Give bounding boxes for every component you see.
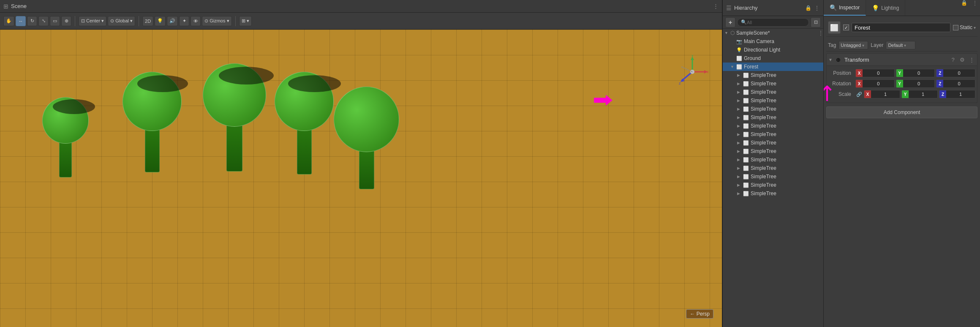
light-btn[interactable]: 💡	[155, 16, 166, 26]
hier-item-tree1[interactable]: ▶ ⬜ SimpleTree	[723, 71, 823, 79]
scene-menu-icon[interactable]: ⋮	[713, 3, 719, 9]
hier-item-tree5[interactable]: ▶ ⬜ SimpleTree	[723, 105, 823, 113]
hier-item-tree8[interactable]: ▶ ⬜ SimpleTree	[723, 130, 823, 139]
transform-menu-btn[interactable]: ⋮	[968, 56, 975, 63]
hier-item-forest[interactable]: ▼ ⬜ Forest	[723, 63, 823, 71]
hier-arrow-tree6: ▶	[737, 115, 741, 120]
hier-label-tree14: SimpleTree	[751, 182, 776, 188]
hier-item-tree10[interactable]: ▶ ⬜ SimpleTree	[723, 147, 823, 155]
static-check-group: Static ▾	[953, 25, 976, 30]
scene-titlebar: ⊞ Scene ⋮	[0, 0, 722, 13]
pivot-tools: ⊡ Center ▾ ⊙ Global ▾	[79, 16, 135, 26]
layer-dropdown[interactable]: Default ▾	[886, 41, 915, 49]
hier-item-tree2[interactable]: ▶ ⬜ SimpleTree	[723, 79, 823, 88]
rotate-tool-btn[interactable]: ↻	[27, 16, 37, 26]
hier-label-tree10: SimpleTree	[751, 148, 776, 154]
gizmos-btn[interactable]: ⊙ Gizmos ▾	[202, 16, 231, 26]
hier-item-samplescene[interactable]: ▼ ⬡ SampleScene* ⋮	[723, 29, 823, 37]
static-dropdown-arrow[interactable]: ▾	[974, 25, 976, 30]
transform-tool-btn[interactable]: ⊕	[61, 16, 71, 26]
hidden-btn[interactable]: 👁	[191, 16, 201, 26]
hier-arrow-scene: ▼	[724, 31, 729, 35]
scene-options-icon[interactable]: ⋮	[818, 30, 823, 36]
ground-icon: ⬜	[736, 56, 742, 61]
transform-body: Position X 0 Y 0 Z 0	[826, 66, 977, 103]
scale-tool-btn[interactable]: ⤡	[38, 16, 49, 26]
rotation-xyz-group: X 0 Y 0 Z 0	[855, 79, 975, 88]
hier-item-tree15[interactable]: ▶ ⬜ SimpleTree	[723, 189, 823, 198]
hier-item-tree9[interactable]: ▶ ⬜ SimpleTree	[723, 139, 823, 147]
hier-label-forest: Forest	[744, 64, 758, 70]
rot-z-value: 0	[943, 81, 975, 86]
rotation-z-field[interactable]: Z 0	[936, 79, 975, 88]
hier-item-tree11[interactable]: ▶ ⬜ SimpleTree	[723, 155, 823, 164]
scale-x-label: X	[864, 90, 871, 98]
position-z-field[interactable]: Z 0	[936, 69, 975, 77]
hierarchy-menu-icon[interactable]: ⋮	[814, 5, 820, 11]
hier-label-dirlight: Directional Light	[744, 47, 780, 53]
hier-item-tree6[interactable]: ▶ ⬜ SimpleTree	[723, 113, 823, 122]
hierarchy-search[interactable]: 🔍 All	[737, 18, 809, 27]
object-name-input[interactable]	[852, 23, 950, 32]
scene-panel-icon: ⊞	[3, 3, 8, 10]
hier-label-tree7: SimpleTree	[751, 123, 776, 129]
hier-item-ground[interactable]: ⬜ Ground	[723, 54, 823, 63]
scene-unity-icon: ⬡	[730, 30, 735, 36]
move-tool-btn[interactable]: ↔	[16, 16, 26, 26]
static-checkbox[interactable]	[953, 25, 958, 30]
hier-item-tree7[interactable]: ▶ ⬜ SimpleTree	[723, 122, 823, 130]
static-label: Static	[960, 25, 972, 30]
global-btn[interactable]: ⊙ Global ▾	[108, 16, 135, 26]
hierarchy-search-filter-btn[interactable]: ⊡	[811, 17, 821, 27]
tab-inspector[interactable]: 🔍 Inspector	[824, 0, 866, 16]
add-component-button[interactable]: Add Component	[826, 106, 977, 118]
lighting-tab-label: Lighting	[881, 5, 899, 11]
scale-x-field[interactable]: X 1	[864, 90, 900, 98]
pivot-btn[interactable]: ⊡ Center ▾	[79, 16, 106, 26]
scale-lock-icon[interactable]: 🔗	[856, 92, 862, 97]
hier-item-tree4[interactable]: ▶ ⬜ SimpleTree	[723, 96, 823, 105]
audio-btn[interactable]: 🔊	[167, 16, 178, 26]
rotation-y-field[interactable]: Y 0	[896, 79, 935, 88]
hier-arrow-tree15: ▶	[737, 191, 741, 196]
rotation-x-field[interactable]: X 0	[855, 79, 895, 88]
position-y-field[interactable]: Y 0	[896, 69, 935, 77]
hier-item-maincamera[interactable]: 📷 Main Camera	[723, 37, 823, 46]
layout-btn[interactable]: ⊞ ▾	[239, 16, 252, 26]
hier-label-tree12: SimpleTree	[751, 165, 776, 171]
position-x-field[interactable]: X 0	[855, 69, 895, 77]
hier-item-dirlight[interactable]: 💡 Directional Light	[723, 46, 823, 54]
2d-btn[interactable]: 2D	[142, 16, 153, 26]
transform-settings-btn[interactable]: ⚙	[958, 56, 966, 63]
hierarchy-lock-icon[interactable]: 🔒	[805, 5, 811, 11]
hier-item-tree12[interactable]: ▶ ⬜ SimpleTree	[723, 164, 823, 172]
tree-object-2	[122, 72, 182, 172]
object-enabled-checkbox[interactable]: ✓	[843, 25, 849, 30]
hierarchy-header: ☰ Hierarchy 🔒 ⋮	[723, 0, 823, 16]
inspector-menu-icon[interactable]: ⋮	[970, 0, 980, 16]
pos-z-value: 0	[943, 71, 975, 76]
inspector-lock-icon[interactable]: 🔒	[958, 0, 970, 16]
transform-help-btn[interactable]: ?	[949, 56, 957, 63]
hand-tool-btn[interactable]: ✋	[3, 16, 14, 26]
tab-lighting[interactable]: 💡 Lighting	[866, 0, 905, 16]
hier-label-tree11: SimpleTree	[751, 157, 776, 163]
layer-dropdown-arrow: ▾	[904, 43, 906, 48]
hier-arrow-tree7: ▶	[737, 124, 741, 128]
hier-arrow-tree2: ▶	[737, 82, 741, 86]
rot-y-value: 0	[903, 81, 935, 86]
rect-tool-btn[interactable]: ▭	[50, 16, 60, 26]
tag-dropdown[interactable]: Untagged ▾	[838, 41, 868, 49]
tree11-icon: ⬜	[743, 157, 749, 163]
hier-item-tree3[interactable]: ▶ ⬜ SimpleTree	[723, 88, 823, 96]
scale-z-field[interactable]: Z 1	[939, 90, 975, 98]
hierarchy-add-btn[interactable]: +	[725, 17, 735, 27]
hier-item-tree14[interactable]: ▶ ⬜ SimpleTree	[723, 181, 823, 189]
tree4-icon: ⬜	[743, 98, 749, 104]
hier-item-tree13[interactable]: ▶ ⬜ SimpleTree	[723, 172, 823, 181]
transform-header[interactable]: ▼ ⊕ Transform ? ⚙ ⋮	[826, 53, 977, 66]
effect-btn[interactable]: ✦	[179, 16, 189, 26]
scene-viewport[interactable]: y x z ➡ ← Persp	[0, 30, 722, 327]
scale-y-field[interactable]: Y 1	[901, 90, 938, 98]
tree1-icon: ⬜	[743, 73, 749, 78]
